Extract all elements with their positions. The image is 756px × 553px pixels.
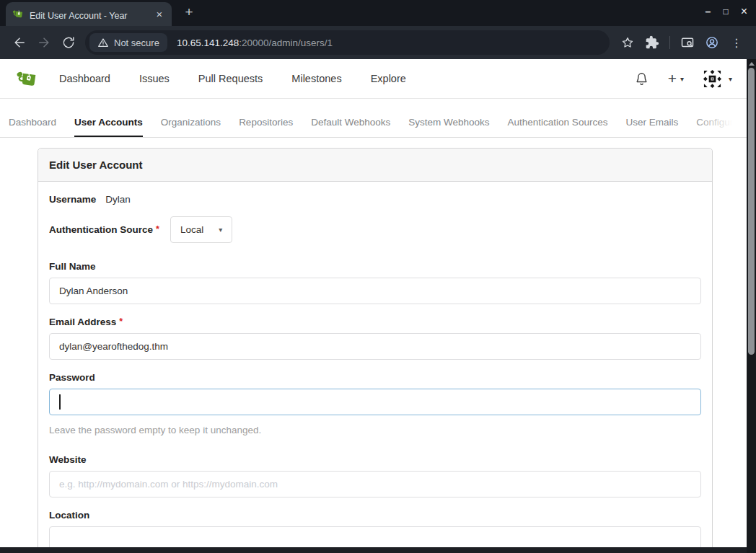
tab-system-webhooks[interactable]: System Webhooks bbox=[408, 109, 489, 137]
tab-strip: Edit User Account - Year × + – □ × bbox=[0, 0, 756, 26]
fullname-field: Full Name bbox=[49, 261, 701, 304]
location-label: Location bbox=[49, 510, 701, 521]
admin-content: Edit User Account Username Dylan Authent… bbox=[0, 138, 747, 553]
username-label: Username bbox=[49, 194, 96, 205]
tab-default-webhooks[interactable]: Default Webhooks bbox=[311, 109, 390, 137]
page-scrollbar[interactable] bbox=[747, 59, 756, 553]
dropdown-caret-icon: ▾ bbox=[219, 226, 222, 234]
dropdown-value: Local bbox=[180, 224, 203, 235]
password-label: Password bbox=[49, 372, 701, 383]
extensions-puzzle-icon bbox=[645, 35, 659, 50]
username-value: Dylan bbox=[105, 194, 131, 205]
username-row: Username Dylan bbox=[49, 194, 701, 205]
back-button[interactable] bbox=[7, 30, 32, 55]
password-field: Password Leave the password empty to kee… bbox=[49, 372, 701, 435]
nav-item-milestones[interactable]: Milestones bbox=[291, 73, 341, 84]
edit-user-segment: Edit User Account Username Dylan Authent… bbox=[38, 148, 713, 553]
nav-item-issues[interactable]: Issues bbox=[139, 73, 170, 84]
tab-admin-dashboard[interactable]: Dashboard bbox=[9, 109, 56, 137]
tab-bar-fade bbox=[690, 99, 747, 136]
browser-menu-button[interactable]: ⋮ bbox=[724, 30, 749, 55]
nav-item-dashboard[interactable]: Dashboard bbox=[59, 73, 110, 84]
tab-user-accounts[interactable]: User Accounts bbox=[74, 109, 143, 137]
website-field: Website bbox=[49, 454, 701, 497]
nav-item-pull-requests[interactable]: Pull Requests bbox=[198, 73, 263, 84]
auth-source-row: Authentication Source* Local ▾ bbox=[49, 216, 701, 243]
user-avatar[interactable] bbox=[703, 69, 722, 89]
required-asterisk: * bbox=[156, 224, 159, 234]
new-tab-button[interactable]: + bbox=[179, 3, 199, 23]
gitea-favicon-icon bbox=[12, 8, 24, 20]
email-field: Email Address* bbox=[49, 317, 701, 360]
window-close-button[interactable]: × bbox=[741, 5, 747, 18]
reload-icon bbox=[61, 35, 76, 50]
avatar-caret-icon[interactable]: ▾ bbox=[729, 75, 732, 83]
profile-icon bbox=[705, 35, 719, 50]
create-new-button[interactable]: + ▾ bbox=[668, 71, 684, 86]
forward-button[interactable] bbox=[32, 30, 56, 55]
caret-down-icon: ▾ bbox=[680, 75, 684, 83]
website-input[interactable] bbox=[49, 471, 701, 497]
page-search-button[interactable] bbox=[675, 30, 700, 55]
window-minimize-button[interactable]: – bbox=[706, 6, 711, 17]
edit-user-form: Username Dylan Authentication Source* Lo… bbox=[38, 182, 712, 553]
fullname-label: Full Name bbox=[49, 261, 701, 272]
password-input[interactable] bbox=[49, 389, 701, 415]
text-cursor bbox=[59, 394, 61, 410]
required-asterisk: * bbox=[119, 317, 123, 327]
window-maximize-button[interactable]: □ bbox=[723, 6, 728, 17]
password-help-text: Leave the password empty to keep it unch… bbox=[49, 425, 701, 435]
tab-authentication-sources[interactable]: Authentication Sources bbox=[508, 109, 608, 137]
browser-tab[interactable]: Edit User Account - Year × bbox=[6, 2, 172, 26]
bookmark-button[interactable] bbox=[615, 30, 640, 55]
nav-item-explore[interactable]: Explore bbox=[371, 73, 406, 84]
browser-window: Edit User Account - Year × + – □ × bbox=[0, 0, 756, 553]
forward-arrow-icon bbox=[37, 35, 51, 50]
tab-close-icon[interactable]: × bbox=[153, 8, 166, 21]
security-chip[interactable]: Not secure bbox=[89, 33, 167, 52]
auth-source-label: Authentication Source* bbox=[49, 224, 159, 235]
location-field: Location bbox=[49, 510, 701, 553]
scroll-up-arrow-icon[interactable] bbox=[749, 62, 755, 66]
tab-repositories[interactable]: Repositories bbox=[239, 109, 293, 137]
address-bar[interactable]: Not secure 10.65.141.248:20000/admin/use… bbox=[85, 30, 610, 55]
email-input[interactable] bbox=[49, 333, 701, 360]
browser-toolbar: Not secure 10.65.141.248:20000/admin/use… bbox=[0, 26, 756, 59]
url-text: 10.65.141.248:20000/admin/users/1 bbox=[177, 37, 333, 48]
page-search-icon bbox=[680, 35, 695, 50]
scrollbar-thumb[interactable] bbox=[748, 68, 755, 355]
profile-button[interactable] bbox=[700, 30, 724, 55]
bookmark-star-icon bbox=[620, 35, 635, 50]
website-label: Website bbox=[49, 454, 701, 465]
email-label: Email Address* bbox=[49, 317, 701, 327]
extensions-button[interactable] bbox=[640, 30, 664, 55]
back-arrow-icon bbox=[12, 35, 27, 50]
tab-organizations[interactable]: Organizations bbox=[161, 109, 221, 137]
plus-icon: + bbox=[668, 71, 677, 86]
auth-source-dropdown[interactable]: Local ▾ bbox=[170, 216, 232, 243]
window-controls: – □ × bbox=[706, 5, 747, 18]
fullname-input[interactable] bbox=[49, 278, 701, 304]
warning-triangle-icon bbox=[97, 37, 109, 48]
bottom-window-edge bbox=[0, 547, 747, 553]
notification-bell-icon[interactable] bbox=[634, 71, 649, 87]
segment-title: Edit User Account bbox=[38, 149, 712, 182]
toolbar-divider bbox=[669, 36, 670, 49]
tab-title: Edit User Account - Year bbox=[30, 9, 147, 20]
gitea-logo-icon[interactable] bbox=[14, 67, 38, 91]
kebab-menu-icon: ⋮ bbox=[731, 36, 742, 50]
tab-user-emails[interactable]: User Emails bbox=[625, 109, 678, 137]
not-secure-label: Not secure bbox=[114, 37, 159, 48]
site-navbar: Dashboard Issues Pull Requests Milestone… bbox=[0, 59, 747, 99]
admin-tab-bar: Dashboard User Accounts Organizations Re… bbox=[0, 99, 747, 138]
reload-button[interactable] bbox=[56, 30, 81, 55]
